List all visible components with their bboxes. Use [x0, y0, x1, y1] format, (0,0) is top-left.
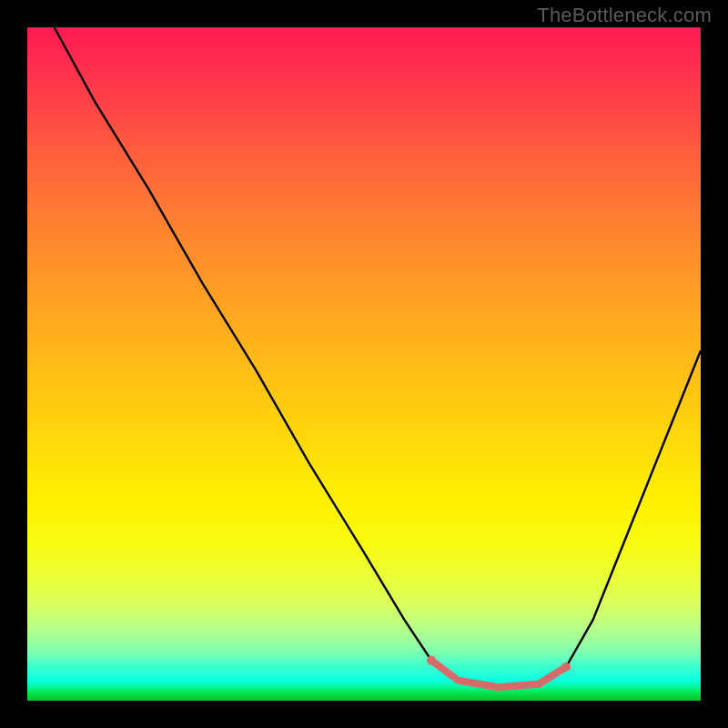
watermark-text: TheBottleneck.com: [537, 4, 712, 27]
optimal-range-end-dot: [561, 662, 571, 672]
optimal-range-start-dot: [427, 656, 436, 665]
bottleneck-curve: [55, 27, 701, 687]
optimal-range-highlight: [431, 661, 566, 688]
chart-container: TheBottleneck.com: [0, 0, 728, 728]
curve-svg: [27, 27, 701, 701]
plot-area: [27, 27, 701, 701]
